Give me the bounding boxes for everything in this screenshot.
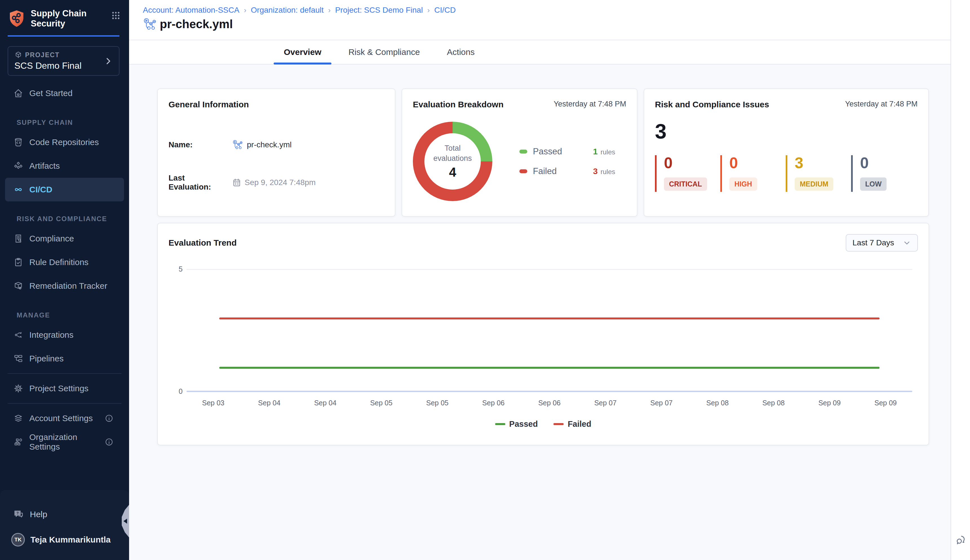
info-icon[interactable] [105, 414, 113, 423]
low-badge: LOW [860, 177, 887, 191]
cube-icon [14, 51, 22, 59]
sidebar-item-label: Pipelines [29, 354, 64, 363]
low-count: 0 [860, 155, 917, 171]
page-title: pr-check.yml [160, 17, 233, 31]
user-name: Teja Kummarikuntla [30, 535, 111, 545]
chevron-down-icon [903, 238, 911, 247]
clipboard-check-icon [13, 257, 23, 267]
sidebar-bottom-panel: ? Help TK Teja Kummarikuntla [0, 490, 129, 560]
sidebar-item-label: Remediation Tracker [29, 281, 107, 291]
tab-risk-and-compliance[interactable]: Risk & Compliance [338, 40, 430, 64]
project-selector[interactable]: PROJECT SCS Demo Final [8, 46, 120, 76]
code-repository-icon [13, 137, 23, 147]
sidebar-item-label: Integrations [29, 330, 73, 340]
remediation-box-icon [13, 281, 23, 291]
tab-bar: Overview Risk & Compliance Actions [129, 40, 950, 65]
sidebar-section-manage: MANAGE [0, 298, 129, 323]
card-title: Evaluation Breakdown [413, 100, 504, 109]
infinity-cicd-icon [13, 185, 23, 194]
x-axis-label: Sep 04 [258, 399, 280, 407]
sidebar-item-label: CI/CD [29, 185, 52, 194]
compliance-doc-icon [13, 234, 23, 243]
x-axis-label: Sep 04 [314, 399, 337, 407]
sidebar-item-label: Organization Settings [29, 432, 99, 452]
trend-legend: Passed Failed [169, 420, 918, 429]
medium-badge: MEDIUM [795, 177, 833, 191]
last-evaluation-value: Sep 9, 2024 7:48pm [245, 178, 316, 187]
app-switcher-grid-icon[interactable] [111, 11, 120, 20]
evaluation-breakdown-card: Evaluation Breakdown Yesterday at 7:48 P… [402, 88, 638, 217]
trend-range-select[interactable]: Last 7 Days [846, 234, 918, 252]
breadcrumb-account-link[interactable]: Account: Automation-SSCA [143, 6, 239, 15]
sidebar-item-label: Code Repositories [29, 137, 99, 147]
card-title: General Information [169, 100, 249, 109]
sidebar-item-rule-definitions[interactable]: Rule Definitions [0, 250, 129, 274]
sidebar-item-pipelines[interactable]: Pipelines [0, 347, 129, 370]
sidebar-item-label: Project Settings [29, 384, 88, 393]
x-axis-label: Sep 06 [538, 399, 561, 407]
tab-actions[interactable]: Actions [437, 40, 485, 64]
sidebar-item-label: Compliance [29, 234, 74, 243]
severity-critical: 0 CRITICAL [655, 155, 720, 192]
sidebar-item-organization-settings[interactable]: Organization Settings [0, 430, 129, 454]
sidebar-item-get-started[interactable]: Get Started [0, 82, 129, 105]
sidebar-item-project-settings[interactable]: Project Settings [0, 377, 129, 400]
donut-total-value: 4 [449, 165, 456, 180]
x-axis-label: Sep 07 [594, 399, 617, 407]
severity-row: 0 CRITICAL 0 HIGH 3 MEDIUM 0 [655, 155, 918, 192]
help-button[interactable]: ? Help [0, 503, 129, 526]
org-chart-gear-icon [13, 437, 23, 447]
info-icon[interactable] [105, 438, 113, 446]
project-selector-value: SCS Demo Final [14, 60, 82, 71]
x-axis-label: Sep 09 [818, 399, 841, 407]
breadcrumb-project-link[interactable]: Project: SCS Demo Final [335, 6, 423, 15]
y-axis-tick: 0 [172, 387, 183, 395]
passed-count: 1 [593, 147, 598, 156]
avatar: TK [11, 533, 25, 547]
page-content: General Information Name: [129, 65, 950, 560]
failed-line [219, 317, 880, 320]
pipeline-file-icon [232, 140, 242, 150]
gridline [187, 269, 912, 270]
user-menu[interactable]: TK Teja Kummarikuntla [0, 526, 129, 553]
critical-count: 0 [664, 155, 720, 171]
gear-icon [13, 384, 23, 393]
layers-icon [13, 413, 23, 423]
sidebar-item-account-settings[interactable]: Account Settings [0, 407, 129, 430]
sidebar-item-remediation-tracker[interactable]: Remediation Tracker [0, 274, 129, 298]
integrations-icon [13, 330, 23, 340]
chevron-right-icon: › [427, 6, 430, 15]
sidebar-item-integrations[interactable]: Integrations [0, 323, 129, 347]
high-badge: HIGH [730, 177, 757, 191]
x-axis-label: Sep 07 [650, 399, 673, 407]
passed-line [219, 367, 880, 369]
sidebar-item-label: Get Started [29, 88, 72, 98]
medium-count: 3 [795, 155, 851, 171]
breadcrumb-cicd-link[interactable]: CI/CD [434, 6, 456, 15]
sidebar-divider [8, 373, 122, 374]
brand-divider [8, 35, 120, 37]
total-issues-count: 3 [655, 120, 918, 143]
sidebar-nav: Get Started SUPPLY CHAIN Code Repositori… [0, 82, 129, 490]
chat-support-icon[interactable] [955, 534, 966, 545]
evaluation-timestamp: Yesterday at 7:48 PM [554, 100, 626, 108]
breadcrumb-organization-link[interactable]: Organization: default [251, 6, 324, 15]
legend-failed: Failed [553, 420, 591, 429]
critical-badge: CRITICAL [664, 177, 707, 191]
sidebar-divider [8, 403, 122, 404]
passed-line-swatch-icon [495, 423, 505, 425]
sidebar-item-label: Rule Definitions [29, 257, 88, 267]
failed-swatch-icon [519, 169, 527, 173]
help-chat-icon: ? [13, 509, 24, 520]
sidebar-logo-row: Supply Chain Security [0, 0, 129, 28]
high-count: 0 [730, 155, 786, 171]
legend-row-passed: Passed 1 rules [519, 147, 615, 157]
sidebar-item-code-repositories[interactable]: Code Repositories [0, 130, 129, 154]
sidebar-section-supply-chain: SUPPLY CHAIN [0, 105, 129, 130]
tab-overview[interactable]: Overview [274, 40, 331, 64]
sidebar-item-cicd[interactable]: CI/CD [5, 178, 124, 202]
chevron-right-icon: › [244, 6, 246, 15]
sidebar-item-compliance[interactable]: Compliance [0, 227, 129, 250]
sidebar-item-artifacts[interactable]: Artifacts [0, 154, 129, 178]
chevron-right-icon [104, 57, 113, 66]
